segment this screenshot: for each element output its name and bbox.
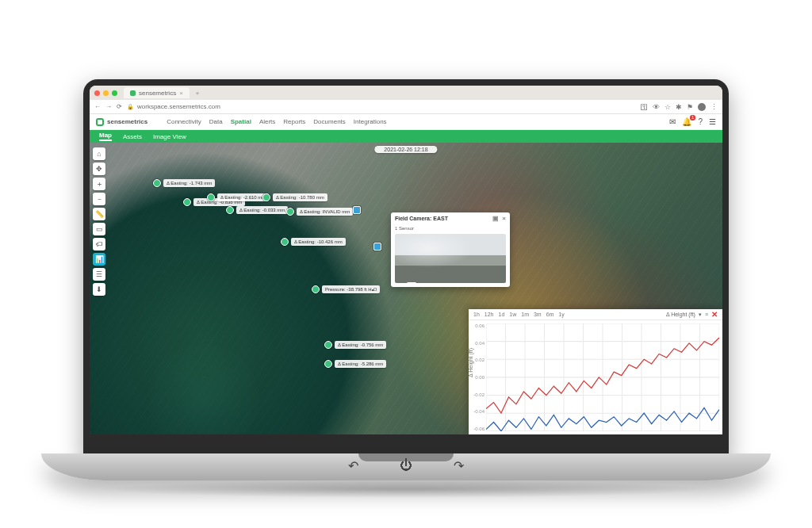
marker-dot-icon bbox=[324, 360, 332, 368]
time-range-picker[interactable]: 1h 12h 1d 1w 1m 3m 6m 1y bbox=[473, 312, 565, 317]
range-6m[interactable]: 6m bbox=[546, 312, 554, 317]
extension-icon[interactable]: ✱ bbox=[676, 103, 682, 111]
camera-marker[interactable] bbox=[353, 206, 361, 214]
key-icon[interactable]: ⚿ bbox=[641, 103, 648, 111]
subnav-image[interactable]: Image View bbox=[153, 133, 186, 140]
nav-fwd-icon[interactable]: → bbox=[105, 103, 112, 110]
tool-home-icon[interactable]: ⌂ bbox=[93, 147, 105, 160]
chart-body[interactable]: Δ Height (ft) 0.060.040.020.00-0.02-0.04… bbox=[469, 320, 722, 434]
maximize-window[interactable] bbox=[112, 90, 117, 96]
marker-dot-icon bbox=[286, 208, 294, 216]
chevron-down-icon[interactable]: ▾ bbox=[699, 312, 702, 318]
marker-label: Δ Easting: -5.286 mm bbox=[335, 360, 386, 368]
marker-dot-icon bbox=[207, 193, 215, 201]
marker-dot-icon bbox=[183, 198, 191, 206]
nav-alerts[interactable]: Alerts bbox=[259, 118, 275, 125]
nav-data[interactable]: Data bbox=[209, 118, 223, 125]
subnav: Map Assets Image View bbox=[90, 130, 722, 143]
address-bar: ← → ⟳ 🔒 workspace.sensemetrics.com ⚿ 👁 ☆… bbox=[90, 100, 722, 114]
eye-icon[interactable]: 👁 bbox=[653, 103, 660, 111]
tool-chart-icon[interactable]: 📊 bbox=[93, 253, 105, 266]
nav-connectivity[interactable]: Connectivity bbox=[167, 118, 201, 125]
url-field[interactable]: 🔒 workspace.sensemetrics.com bbox=[127, 103, 636, 110]
tool-zoom-in-icon[interactable]: ＋ bbox=[93, 178, 105, 190]
screen: sensemetrics × ＋ ← → ⟳ 🔒 workspace.sense… bbox=[90, 86, 722, 434]
popup-expand-icon[interactable]: ▣ bbox=[492, 215, 499, 222]
popup-title: Field Camera: EAST bbox=[395, 216, 448, 221]
tag-icon[interactable]: ⚑ bbox=[687, 103, 693, 111]
nav-integrations[interactable]: Integrations bbox=[354, 118, 387, 125]
camera-marker[interactable] bbox=[373, 243, 381, 251]
main-nav: Connectivity Data Spatial Alerts Reports… bbox=[167, 118, 386, 125]
sensor-marker[interactable]: Δ Easting: -10.780 mm bbox=[262, 193, 327, 201]
camera-thumbnail[interactable] bbox=[395, 234, 506, 283]
mac-tab-bar: sensemetrics × ＋ bbox=[90, 86, 722, 100]
chart-title: Δ Height (ft) bbox=[666, 312, 695, 317]
tool-ruler-icon[interactable]: 📏 bbox=[93, 208, 105, 220]
range-3m[interactable]: 3m bbox=[534, 312, 542, 317]
close-tab-icon[interactable]: × bbox=[179, 90, 183, 97]
subnav-map[interactable]: Map bbox=[99, 132, 112, 141]
tool-zoom-out-icon[interactable]: － bbox=[93, 193, 105, 205]
chart-menu-icon[interactable]: ≡ bbox=[705, 312, 708, 317]
chart-svg bbox=[486, 323, 719, 431]
marker-dot-icon bbox=[281, 238, 289, 246]
tool-download-icon[interactable]: ⬇ bbox=[93, 283, 105, 296]
browser-tab[interactable]: sensemetrics × bbox=[124, 87, 190, 98]
range-1m[interactable]: 1m bbox=[521, 312, 529, 317]
tool-layers-icon[interactable]: ☰ bbox=[93, 268, 105, 281]
new-tab-button[interactable]: ＋ bbox=[194, 89, 201, 98]
tool-shape-icon[interactable]: ▭ bbox=[93, 223, 105, 235]
chart-close-icon[interactable]: ✕ bbox=[711, 310, 718, 319]
nav-back-icon[interactable]: ← bbox=[94, 103, 101, 110]
sensor-marker[interactable]: Δ Easting: -10.426 mm bbox=[281, 238, 346, 246]
minimize-window[interactable] bbox=[103, 90, 109, 96]
close-window[interactable] bbox=[94, 90, 100, 96]
help-icon[interactable]: ? bbox=[698, 117, 703, 126]
popup-pointer bbox=[407, 282, 416, 292]
bell-icon[interactable]: 🔔1 bbox=[682, 117, 691, 126]
marker-label: Δ Easting: -10.426 mm bbox=[291, 238, 346, 246]
sensor-marker[interactable]: Δ Easting: -0.756 mm bbox=[324, 341, 386, 349]
reload-icon[interactable]: ⟳ bbox=[117, 103, 122, 110]
nav-documents[interactable]: Documents bbox=[313, 118, 345, 125]
user-icon[interactable]: ☰ bbox=[709, 117, 716, 126]
sensor-marker[interactable]: Δ Easting: -5.286 mm bbox=[324, 360, 386, 368]
timestamp-text: 2021-02-26 12:18 bbox=[384, 147, 427, 152]
marker-label: Δ Easting: -10.780 mm bbox=[273, 193, 327, 201]
nav-spatial[interactable]: Spatial bbox=[231, 118, 251, 125]
sensor-marker[interactable]: Δ Easting: -2.610 mm bbox=[207, 193, 269, 201]
chart-ylabel: Δ Height (ft) bbox=[468, 348, 473, 377]
sensor-marker[interactable]: Δ Easting: INVALID mm bbox=[286, 208, 353, 216]
range-1y[interactable]: 1y bbox=[558, 312, 564, 317]
tool-target-icon[interactable]: ✥ bbox=[93, 163, 105, 175]
kebab-icon[interactable]: ⋮ bbox=[710, 103, 718, 111]
star-icon[interactable]: ☆ bbox=[665, 103, 671, 111]
hw-power-icon: ⏻ bbox=[400, 458, 412, 473]
popup-close-icon[interactable]: × bbox=[502, 215, 506, 222]
sensor-marker[interactable]: Δ Easting: -0.033 mm bbox=[226, 206, 288, 214]
mail-icon[interactable]: ✉ bbox=[669, 117, 676, 126]
nav-reports[interactable]: Reports bbox=[283, 118, 305, 125]
brand-logo-icon bbox=[96, 118, 104, 126]
laptop-frame: sensemetrics × ＋ ← → ⟳ 🔒 workspace.sense… bbox=[83, 79, 729, 460]
timestamp-pill[interactable]: 2021-02-26 12:18 bbox=[374, 146, 437, 153]
subnav-assets[interactable]: Assets bbox=[123, 133, 142, 140]
marker-label: Δ Easting: INVALID mm bbox=[297, 208, 353, 216]
sensor-marker[interactable]: Δ Easting: -1.743 mm bbox=[153, 179, 215, 187]
favicon bbox=[130, 90, 136, 96]
marker-dot-icon bbox=[324, 341, 332, 349]
profile-avatar[interactable] bbox=[698, 103, 706, 111]
sensor-marker[interactable]: Pressure: -38.798 ft H₂O bbox=[312, 285, 380, 293]
range-12h[interactable]: 12h bbox=[485, 312, 494, 317]
marker-dot-icon bbox=[153, 179, 161, 187]
laptop-hinge: ↶ ⏻ ↷ bbox=[41, 453, 771, 480]
range-1h[interactable]: 1h bbox=[473, 312, 480, 317]
camera-icon bbox=[353, 206, 361, 214]
tool-tag-icon[interactable]: 🏷 bbox=[93, 238, 105, 251]
map-canvas[interactable]: 2021-02-26 12:18 ⌂ ✥ ＋ － 📏 ▭ 🏷 📊 ☰ ⬇ Δ E… bbox=[90, 143, 722, 434]
window-controls[interactable] bbox=[94, 90, 117, 96]
range-1w[interactable]: 1w bbox=[509, 312, 516, 317]
brand[interactable]: sensemetrics bbox=[96, 118, 147, 126]
range-1d[interactable]: 1d bbox=[498, 312, 504, 317]
